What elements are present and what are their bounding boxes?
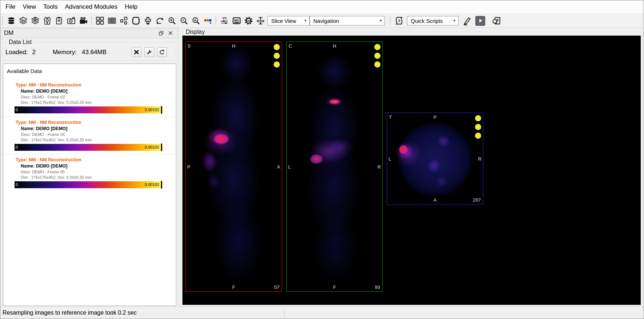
svg-text:M: M xyxy=(261,19,264,23)
frame-marker-dot[interactable] xyxy=(475,115,481,121)
snapshot-camera-button[interactable] xyxy=(65,15,77,27)
mc-module-button[interactable]: MC xyxy=(230,15,242,27)
frame-marker-dot[interactable] xyxy=(274,61,280,68)
colormap-bar[interactable]: 0 0.00102 xyxy=(15,144,163,151)
layout-columns-button[interactable] xyxy=(106,15,118,27)
orientation-label-posterior: P xyxy=(434,114,437,120)
register-tool-icon xyxy=(143,16,153,25)
svg-text:DM: DM xyxy=(246,19,251,23)
application-window: File View Tools Advanced Modules Help 1.… xyxy=(0,0,644,319)
frame-marker-dot[interactable] xyxy=(274,53,280,59)
clipboard-paste-icon xyxy=(55,16,64,25)
run-script-button[interactable] xyxy=(475,16,485,26)
mm-module-icon: MM xyxy=(256,16,265,25)
register-tool-button[interactable] xyxy=(142,15,154,27)
reload-data-button[interactable] xyxy=(157,47,167,57)
toolbar-handle[interactable] xyxy=(1,16,4,25)
navigation-dropdown-value: Navigation xyxy=(313,18,339,24)
layout-custom-icon xyxy=(119,16,129,25)
subject-button[interactable] xyxy=(41,15,53,27)
layers-add-button[interactable] xyxy=(29,15,41,27)
data-list-label: Data List xyxy=(7,39,33,45)
menu-help[interactable]: Help xyxy=(121,1,141,13)
script-button[interactable] xyxy=(393,15,405,27)
transverse-image xyxy=(387,113,483,204)
layout-single-button[interactable] xyxy=(130,15,142,27)
sagittal-image xyxy=(186,42,282,291)
menu-tools[interactable]: Tools xyxy=(40,1,61,13)
delete-data-button[interactable] xyxy=(132,47,141,57)
clipboard-paste-button[interactable] xyxy=(53,15,65,27)
zoom-out-button[interactable] xyxy=(178,15,190,27)
data-stack-icon xyxy=(7,16,16,25)
item-type: Type: NM - NM Reconstruction xyxy=(16,157,176,162)
toolbar-handle[interactable] xyxy=(215,16,217,25)
available-data-label: Available Data xyxy=(3,64,176,74)
slice-number: 93 xyxy=(375,284,380,290)
colormap-bar[interactable]: 0 0.00102 xyxy=(15,181,163,188)
data-tools-button[interactable] xyxy=(144,47,154,57)
color-channels-button[interactable] xyxy=(202,15,214,27)
frame-marker-dot[interactable] xyxy=(475,133,481,139)
menu-file[interactable]: File xyxy=(2,1,19,13)
data-list-item[interactable]: Type: NM - NM Reconstruction Name: DEMO … xyxy=(3,80,176,113)
orientation-label-head: H xyxy=(232,43,235,49)
menu-view[interactable]: View xyxy=(19,1,40,13)
display-group: Display S H P A F 57 C xyxy=(181,29,642,306)
orientation-label-right: R xyxy=(378,164,381,169)
data-list-item[interactable]: Type: NM - NM Reconstruction Name: DEMO … xyxy=(3,117,176,151)
dm-module-button[interactable]: DM xyxy=(242,15,254,27)
script-icon xyxy=(394,16,404,25)
frame-markers[interactable] xyxy=(374,44,381,68)
orientation-label-foot: F xyxy=(333,284,336,290)
zoom-out-icon xyxy=(179,16,189,25)
colormap-bar[interactable]: 0 0.00102 xyxy=(15,106,163,113)
zoom-auto-button[interactable]: A xyxy=(190,15,202,27)
frame-marker-dot[interactable] xyxy=(374,53,381,59)
delete-icon xyxy=(134,49,139,55)
frame-markers[interactable] xyxy=(475,115,481,139)
slice-view-sagittal[interactable]: S H P A F 57 xyxy=(185,41,282,292)
dm-dock-titlebar[interactable]: DM xyxy=(0,28,178,38)
data-stack-button[interactable] xyxy=(5,15,17,27)
slice-view-coronal[interactable]: C H L R F 93 xyxy=(286,41,383,292)
slice-view-dropdown-value: Slice View xyxy=(271,18,296,24)
layers-reorder-button[interactable]: 1. xyxy=(17,15,29,27)
zoom-in-button[interactable] xyxy=(166,15,178,27)
quick-scripts-dropdown[interactable]: Quick Scripts ▼ xyxy=(407,16,459,25)
wrench-icon xyxy=(146,49,152,55)
toolbar-handle[interactable] xyxy=(90,16,92,25)
edit-script-button[interactable] xyxy=(461,15,473,27)
frame-marker-dot[interactable] xyxy=(374,61,381,68)
float-panel-button[interactable] xyxy=(157,29,165,37)
frame-marker-dot[interactable] xyxy=(475,124,481,130)
display-canvas[interactable]: S H P A F 57 C H L R F xyxy=(182,36,641,305)
frame-marker-dot[interactable] xyxy=(374,44,381,50)
close-panel-button[interactable] xyxy=(167,29,174,37)
item-desc: Desc: DEMO - Frame 05 xyxy=(21,170,176,174)
chevron-down-icon: ▼ xyxy=(448,19,456,23)
layout-grid-button[interactable] xyxy=(94,15,106,27)
vc-module-button[interactable]: VC xyxy=(218,15,230,27)
vc-module-icon: VC xyxy=(220,16,229,25)
mm-module-button[interactable]: MM xyxy=(254,15,266,27)
slice-view-dropdown[interactable]: Slice View ▼ xyxy=(267,16,310,25)
slice-view-transverse[interactable]: T P L R A 207 xyxy=(387,113,483,205)
float-icon xyxy=(159,31,164,36)
frame-marker-dot[interactable] xyxy=(274,44,280,50)
orientation-label-coronal: C xyxy=(289,43,292,49)
toolbar-handle[interactable] xyxy=(389,16,391,25)
data-list-item[interactable]: Type: NM - NM Reconstruction Name: DEMO … xyxy=(3,154,176,188)
script-report-button[interactable] xyxy=(491,15,503,27)
movie-camera-button[interactable] xyxy=(77,15,89,27)
dm-dock-title: DM xyxy=(4,29,13,37)
rotate-view-button[interactable] xyxy=(154,15,166,27)
menu-advanced-modules[interactable]: Advanced Modules xyxy=(61,1,121,13)
frame-markers[interactable] xyxy=(274,44,280,68)
orientation-label-foot: F xyxy=(232,284,235,290)
dm-dock-panel: DM Data List Loaded: 2 Memory: 43.64MB xyxy=(0,28,178,307)
memory-label: Memory: xyxy=(53,49,77,56)
navigation-dropdown[interactable]: Navigation ▼ xyxy=(310,16,385,25)
layout-custom-button[interactable] xyxy=(118,15,130,27)
available-data-list[interactable]: Available Data Type: NM - NM Reconstruct… xyxy=(3,64,176,306)
